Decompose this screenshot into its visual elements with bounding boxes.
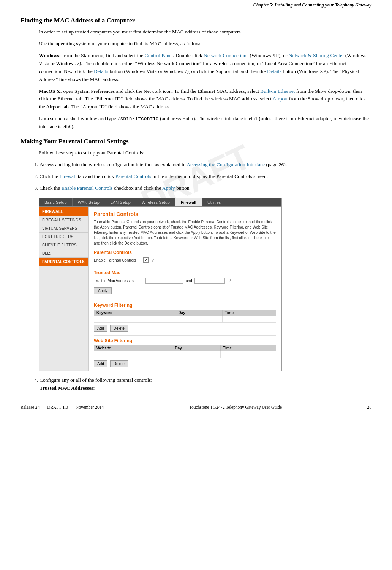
firewall-link[interactable]: Firewall: [60, 173, 77, 179]
trusted-mac-input-2[interactable]: [194, 278, 225, 284]
ws-delete-button[interactable]: Delete: [110, 360, 128, 367]
para-1: In order to set up trusted computers you…: [39, 28, 371, 36]
step3-text1: Check the: [40, 185, 62, 191]
macos-para: MacOS X: open System Preferences and cli…: [39, 87, 371, 111]
airport-link[interactable]: Airport: [273, 96, 288, 102]
step3-text2: checkbox and click the: [113, 185, 162, 191]
details1-link[interactable]: Details: [94, 68, 108, 74]
enable-label: Enable Parental Controls: [94, 258, 143, 262]
tab-utilities[interactable]: Utilities: [202, 198, 226, 206]
kf-add-button[interactable]: Add: [94, 325, 107, 332]
ws-add-button[interactable]: Add: [94, 360, 107, 367]
help-icon[interactable]: ?: [152, 258, 154, 262]
ws-row-empty: [94, 351, 276, 358]
sc-content: Parental Controls To enable Parental Con…: [89, 207, 281, 371]
page-footer: Release 24 DRAFT 1.0 November 2014 Touch…: [0, 403, 392, 411]
website-table: Website Day Time: [94, 345, 276, 358]
network-connections-link[interactable]: Network Connections: [204, 52, 248, 58]
builtin-ethernet-link[interactable]: Built-in Ethernet: [260, 88, 295, 94]
windows-label: Windows:: [39, 52, 61, 58]
enable-parental-link[interactable]: Enable Parental Controls: [62, 185, 113, 191]
finding-mac-heading: Finding the MAC Address of a Computer: [21, 17, 371, 24]
step-1: Access and log into the wireless configu…: [40, 161, 371, 169]
sc-desc: To enable Parental Controls on your netw…: [94, 219, 276, 246]
footer-draft: DRAFT 1.0: [47, 405, 68, 410]
step4-list: Configure any or all of the following pa…: [32, 376, 371, 392]
step-2: Click the Firewall tab and then click Pa…: [40, 173, 371, 181]
trusted-mac-label: Trusted Mac Addresses: [94, 279, 143, 283]
chapter-title: Chapter 5: Installing and Connecting you…: [253, 2, 371, 8]
details2-link[interactable]: Details: [267, 68, 281, 74]
sidebar: FIREWALL FIREWALL SETTINGS VIRTUAL SERVE…: [39, 207, 89, 371]
ws-cell-d: [172, 351, 221, 358]
kf-col-day: Day: [176, 310, 222, 316]
kf-cell-t: [222, 316, 276, 323]
sidebar-header: FIREWALL: [39, 207, 88, 216]
footer-page: 28: [367, 405, 371, 410]
sidebar-item-dmz[interactable]: DMZ: [39, 249, 88, 258]
footer-date: November 2014: [76, 405, 104, 410]
tab-wan-setup[interactable]: WAN Setup: [73, 198, 105, 206]
step-3: Check the Enable Parental Controls check…: [40, 184, 371, 192]
kf-section-title: Keyword Filtering: [94, 300, 276, 308]
kf-col-time: Time: [222, 310, 276, 316]
screenshot: Basic Setup WAN Setup LAN Setup Wireless…: [39, 198, 282, 371]
and-label: and: [186, 279, 192, 283]
macos-text1: open System Preferences and click the Ne…: [62, 88, 260, 94]
windows-text3: (Windows XP), or: [248, 52, 289, 58]
finding-mac-section: Finding the MAC Address of a Computer In…: [21, 17, 371, 131]
network-sharing-link[interactable]: Network & Sharing Center: [289, 52, 344, 58]
control-panel-link[interactable]: Control Panel: [145, 52, 173, 58]
parental-intro: Follow these steps to set up your Parent…: [39, 149, 371, 157]
tab-firewall[interactable]: Firewall: [175, 198, 202, 206]
ws-col-website: Website: [94, 345, 172, 351]
tab-wireless-setup[interactable]: Wireless Setup: [136, 198, 175, 206]
sidebar-item-port-triggers[interactable]: PORT TRIGGERS: [39, 233, 88, 241]
steps-list: Access and log into the wireless configu…: [32, 161, 371, 192]
tab-lan-setup[interactable]: LAN Setup: [105, 198, 136, 206]
step1-text: Access and log into the wireless configu…: [40, 162, 187, 167]
footer-left: Release 24 DRAFT 1.0 November 2014: [21, 405, 104, 410]
sc-body: FIREWALL FIREWALL SETTINGS VIRTUAL SERVE…: [39, 207, 281, 371]
linux-para: Linux: open a shell window and type /sbi…: [39, 115, 371, 131]
kf-cell-d: [176, 316, 222, 323]
ws-cell-w: [94, 351, 172, 358]
pc-enable-row: Enable Parental Controls ✓ ?: [94, 257, 276, 263]
sc-content-title: Parental Controls: [94, 211, 276, 217]
sidebar-item-virtual-servers[interactable]: VIRTUAL SERVERS: [39, 224, 88, 233]
apply-link[interactable]: Apply: [162, 185, 175, 191]
pc-section-title: Parental Controls: [94, 250, 276, 255]
footer-release: Release 24: [21, 405, 40, 410]
step1-suffix: (page 26).: [265, 162, 287, 167]
accessing-config-link[interactable]: Accessing the Configuration Interface: [187, 162, 265, 167]
macos-label: MacOS X:: [39, 88, 62, 94]
kf-row-empty: [94, 316, 276, 323]
parental-controls-link[interactable]: Parental Controls: [115, 173, 151, 179]
ws-col-time: Time: [221, 345, 276, 351]
kf-delete-button[interactable]: Delete: [110, 325, 128, 332]
apply-button[interactable]: Apply: [94, 287, 112, 294]
enable-checkbox[interactable]: ✓: [143, 257, 149, 263]
sidebar-item-parental-controls[interactable]: PARENTAL CONTROLS: [39, 258, 88, 266]
trusted-mac-row: Trusted Mac Addresses and ?: [94, 278, 276, 284]
tab-basic-setup[interactable]: Basic Setup: [39, 198, 73, 206]
linux-label: Linux:: [39, 116, 54, 121]
linux-text1: open a shell window and type: [54, 116, 117, 121]
trusted-mac-heading: Trusted MAC Addresses:: [40, 385, 95, 391]
step2-text3: in the side menu to display the Parental…: [151, 173, 268, 179]
parental-controls-section: Making Your Parental Control Settings Fo…: [21, 138, 371, 392]
step2-text2: tab and then click: [77, 173, 115, 179]
windows-para: Windows: from the Start menu, find and s…: [39, 52, 371, 84]
trusted-mac-help-icon[interactable]: ?: [229, 278, 231, 283]
keyword-table: Keyword Day Time: [94, 310, 276, 323]
sidebar-item-client-ip-filters[interactable]: CLIENT IP FILTERS: [39, 241, 88, 249]
kf-cell-k: [94, 316, 176, 323]
para-2: Use the operating system of your compute…: [39, 40, 371, 48]
parental-controls-heading: Making Your Parental Control Settings: [21, 138, 371, 145]
ws-col-day: Day: [172, 345, 221, 351]
page-header: Chapter 5: Installing and Connecting you…: [21, 0, 371, 10]
sidebar-item-firewall-settings[interactable]: FIREWALL SETTINGS: [39, 216, 88, 224]
step4-text: Configure any or all of the following pa…: [40, 377, 152, 383]
step3-text3: button.: [175, 185, 191, 191]
trusted-mac-input-1[interactable]: [145, 278, 183, 284]
